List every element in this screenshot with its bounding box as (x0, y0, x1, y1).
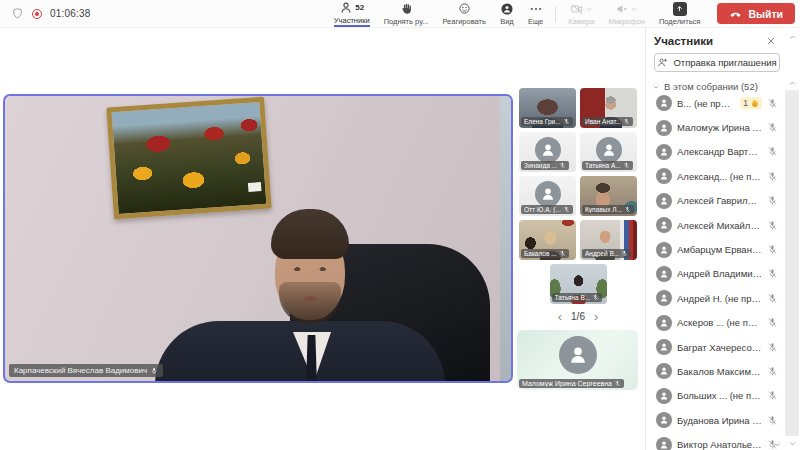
scroll-up-icon[interactable] (784, 31, 800, 43)
pager-next-icon[interactable]: › (594, 312, 598, 322)
react-button[interactable]: Реагировать (435, 0, 493, 28)
participant-thumbnail[interactable]: Татьяна А... (580, 132, 637, 172)
mic-off-icon (624, 206, 631, 213)
mic-off-icon (767, 122, 778, 133)
mic-off-icon (614, 380, 621, 387)
participant-thumbnail[interactable]: Татьяна В... (550, 264, 607, 304)
participant-row[interactable]: Виктор Анатольевич Фи... (646, 432, 783, 450)
camera-chevron-icon[interactable] (585, 5, 593, 13)
more-button[interactable]: Еще (521, 0, 550, 28)
mic-on-icon (150, 367, 158, 375)
meeting-timer: 01:06:38 (50, 8, 91, 19)
more-label: Еще (528, 17, 543, 26)
mic-off-icon (767, 195, 778, 206)
smiley-icon (458, 2, 471, 15)
react-label: Реагировать (442, 17, 486, 26)
speaker-suit (155, 321, 445, 383)
view-button[interactable]: Вид (493, 0, 521, 28)
participant-row[interactable]: Алексей Михайлович Ля... (646, 213, 783, 237)
participant-row[interactable]: Больших ... (не проверено) (646, 384, 783, 408)
participant-avatar (656, 290, 672, 306)
scrollbar-track[interactable] (785, 90, 799, 436)
camera-off-icon (570, 2, 584, 16)
participant-avatar (656, 388, 672, 404)
mic-off-icon (623, 162, 630, 169)
raise-hand-label: Поднять ру... (384, 17, 429, 26)
participant-avatar (656, 95, 672, 111)
pager-page-indicator: 1/6 (571, 311, 585, 322)
participant-avatar (656, 168, 672, 184)
camera-button[interactable]: Камера (561, 0, 601, 28)
meeting-status-group: 01:06:38 (0, 7, 175, 20)
main-speaker-video[interactable]: Карпачевский Вячеслав Вадимович (3, 94, 513, 383)
raise-hand-button[interactable]: Поднять ру... (377, 0, 436, 28)
participant-thumbnail[interactable]: Отт Ю.А. (... (519, 176, 576, 216)
participant-row[interactable]: Амбарцум Ервандович Х... (646, 237, 783, 261)
mic-off-icon (767, 146, 778, 157)
participant-avatar (656, 437, 672, 450)
leave-button[interactable]: Выйти (717, 3, 795, 24)
thumbnail-name: Елена Гри... (524, 118, 561, 125)
person-icon (659, 196, 669, 206)
mic-off-icon (559, 250, 566, 257)
participant-row[interactable]: Бакалов Максим Владим... (646, 359, 783, 383)
participant-row[interactable]: Александр Вартанович Ч... (646, 140, 783, 164)
participant-row[interactable]: Андрей Н. (не проверено) (646, 286, 783, 310)
panel-title: Участники (654, 35, 766, 47)
send-invitation-button[interactable]: Отправка приглашения (654, 53, 780, 72)
participants-count: 52 (355, 3, 364, 12)
share-button[interactable]: Поделиться (652, 0, 707, 28)
participant-row[interactable]: Аскеров ... (не проверено) (646, 311, 783, 335)
participant-row[interactable]: Алексей Гаврилович Плу... (646, 189, 783, 213)
participants-button[interactable]: 52 Участники (327, 0, 377, 28)
participant-row[interactable]: Баграт Хачересович Куль... (646, 335, 783, 359)
speaker-off-icon (615, 2, 629, 16)
microphone-label: Микрофон (608, 17, 645, 26)
list-scroll-up-icon[interactable] (784, 77, 800, 89)
mic-off-icon (767, 366, 778, 377)
participant-avatar (656, 144, 672, 160)
participant-thumbnail[interactable]: Андрей В... (580, 220, 637, 260)
participant-thumbnail[interactable]: Зинаида ... (519, 132, 576, 172)
participant-row[interactable]: Александ... (не проверено) (646, 164, 783, 188)
participant-name: В... (не проверено) (677, 98, 735, 109)
thumbnail-name-label: Татьяна А... (582, 161, 633, 170)
toolbar-buttons: 52 Участники Поднять ру... Реагировать В… (327, 0, 800, 28)
camera-label: Камера (568, 17, 594, 26)
sidebar-scrollbar[interactable] (784, 28, 800, 450)
person-icon (659, 220, 669, 230)
mic-off-icon (767, 342, 778, 353)
leave-label: Выйти (748, 8, 783, 20)
participant-avatar (656, 266, 672, 282)
person-add-icon (657, 57, 668, 68)
participant-row[interactable]: Маломуж Ирина Сергее... (646, 115, 783, 139)
mic-off-icon (767, 220, 778, 231)
pinned-participant-tile[interactable]: Маломуж Ирина Сергеевна (517, 330, 638, 390)
list-scroll-down-icon[interactable] (773, 440, 782, 449)
participant-name: Аскеров ... (не проверено) (677, 317, 762, 328)
participant-name: Баграт Хачересович Куль... (677, 342, 762, 353)
close-panel-button[interactable] (766, 36, 776, 46)
send-invitation-label: Отправка приглашения (673, 57, 776, 68)
person-icon (659, 269, 669, 279)
thumbnail-name: Отт Ю.А. (... (524, 206, 561, 213)
thumbnail-name: Бакалов ... (524, 250, 557, 257)
participant-thumbnail[interactable]: Бакалов ... (519, 220, 576, 260)
pinned-name-label: Маломуж Ирина Сергеевна (519, 379, 624, 388)
pager-prev-icon[interactable]: ‹ (558, 312, 562, 322)
participant-row[interactable]: Андрей Владимирович ... (646, 262, 783, 286)
scroll-down-icon[interactable] (784, 437, 800, 449)
participant-thumbnail[interactable]: Купавых Л... (580, 176, 637, 216)
toolbar-divider (555, 6, 556, 22)
thumbnail-grid: Елена Гри... Иван Анат... Зинаида ... Та… (517, 86, 639, 306)
participant-name: Алексей Михайлович Ля... (677, 220, 762, 231)
participant-row[interactable]: В... (не проверено) 1 (646, 91, 783, 115)
participant-name: Виктор Анатольевич Фи... (677, 439, 762, 450)
person-icon (540, 142, 556, 158)
participant-thumbnail[interactable]: Иван Анат... (580, 88, 637, 128)
participant-thumbnail[interactable]: Елена Гри... (519, 88, 576, 128)
participant-row[interactable]: Буданова Ирина Юрьевна (646, 408, 783, 432)
microphone-button[interactable]: Микрофон (601, 0, 652, 28)
participant-avatar (656, 217, 672, 233)
microphone-chevron-icon[interactable] (630, 5, 638, 13)
